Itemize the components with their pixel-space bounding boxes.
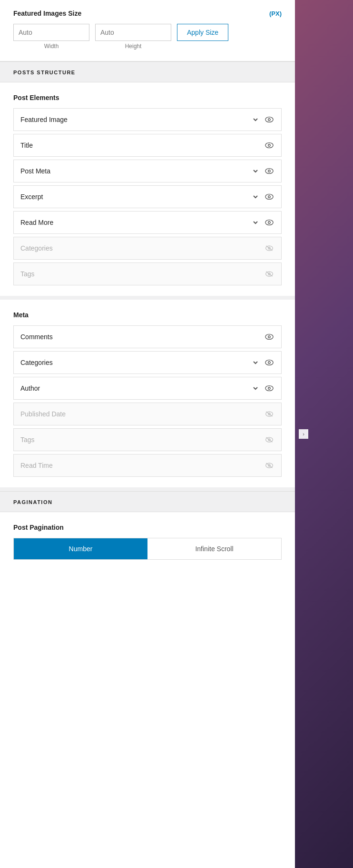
eye-visible-icon[interactable] bbox=[264, 383, 275, 394]
eye-visible-icon[interactable] bbox=[264, 332, 275, 342]
row-comments[interactable]: Comments bbox=[13, 325, 282, 348]
apply-size-button[interactable]: Apply Size bbox=[177, 24, 228, 41]
label-categories: Categories bbox=[20, 244, 53, 252]
svg-point-2 bbox=[265, 143, 273, 148]
panel-collapse-arrow[interactable]: › bbox=[299, 429, 308, 439]
label-author: Author bbox=[20, 384, 40, 392]
chevron-down-icon bbox=[252, 359, 259, 366]
posts-structure-label: POSTS STRUCTURE bbox=[13, 70, 76, 75]
label-excerpt: Excerpt bbox=[20, 193, 43, 201]
svg-point-1 bbox=[268, 119, 271, 121]
height-label: Height bbox=[125, 43, 142, 50]
svg-point-18 bbox=[265, 360, 273, 365]
svg-point-4 bbox=[265, 169, 273, 174]
eye-hidden-icon[interactable] bbox=[264, 460, 275, 471]
pagination-label: PAGINATION bbox=[13, 499, 52, 505]
label-tags: Tags bbox=[20, 270, 35, 278]
meta-section: Meta Comments Catego bbox=[0, 300, 295, 487]
label-read-time: Read Time bbox=[20, 462, 53, 469]
eye-visible-icon[interactable] bbox=[264, 357, 275, 368]
row-categories-disabled[interactable]: Categories bbox=[13, 237, 282, 260]
label-published-date: Published Date bbox=[20, 410, 66, 418]
eye-visible-icon[interactable] bbox=[264, 192, 275, 202]
row-post-meta[interactable]: Post Meta bbox=[13, 160, 282, 182]
featured-images-size-section: Featured Images Size (PX) Width Height A… bbox=[0, 0, 295, 61]
svg-point-7 bbox=[268, 196, 271, 198]
preview-panel: › bbox=[295, 0, 353, 868]
chevron-down-icon bbox=[252, 167, 259, 175]
eye-hidden-icon[interactable] bbox=[264, 243, 275, 253]
height-input[interactable] bbox=[95, 24, 171, 41]
row-tags-disabled[interactable]: Tags bbox=[13, 262, 282, 285]
eye-hidden-icon[interactable] bbox=[264, 434, 275, 445]
eye-hidden-icon[interactable] bbox=[264, 409, 275, 419]
row-published-date[interactable]: Published Date bbox=[13, 403, 282, 425]
width-input[interactable] bbox=[13, 24, 89, 41]
svg-point-6 bbox=[265, 194, 273, 200]
label-read-more: Read More bbox=[20, 219, 53, 226]
post-pagination-title: Post Pagination bbox=[13, 524, 282, 531]
svg-point-17 bbox=[268, 336, 271, 338]
px-label: (PX) bbox=[269, 10, 282, 17]
svg-point-16 bbox=[265, 334, 273, 340]
svg-point-19 bbox=[268, 362, 271, 364]
row-meta-tags[interactable]: Tags bbox=[13, 428, 282, 451]
row-featured-image[interactable]: Featured Image bbox=[13, 108, 282, 131]
featured-images-size-title: Featured Images Size bbox=[13, 10, 81, 17]
chevron-down-icon bbox=[252, 116, 259, 123]
eye-visible-icon[interactable] bbox=[264, 114, 275, 125]
row-author[interactable]: Author bbox=[13, 377, 282, 400]
width-label: Width bbox=[44, 43, 59, 50]
eye-hidden-icon[interactable] bbox=[264, 269, 275, 279]
eye-visible-icon[interactable] bbox=[264, 217, 275, 228]
chevron-down-icon bbox=[252, 384, 259, 392]
row-excerpt[interactable]: Excerpt bbox=[13, 185, 282, 208]
label-comments: Comments bbox=[20, 333, 53, 341]
chevron-down-icon bbox=[252, 193, 259, 201]
post-elements-title: Post Elements bbox=[13, 94, 282, 101]
pagination-section: Post Pagination Number Infinite Scroll bbox=[0, 512, 295, 567]
post-elements-section: Post Elements Featured Image bbox=[0, 82, 295, 296]
infinite-scroll-button[interactable]: Infinite Scroll bbox=[147, 538, 281, 559]
label-featured-image: Featured Image bbox=[20, 116, 68, 123]
svg-point-8 bbox=[265, 220, 273, 225]
svg-point-9 bbox=[268, 222, 271, 224]
label-meta-categories: Categories bbox=[20, 359, 53, 366]
posts-structure-header: POSTS STRUCTURE bbox=[0, 61, 295, 82]
label-post-meta: Post Meta bbox=[20, 167, 50, 175]
svg-point-3 bbox=[268, 144, 271, 147]
pagination-header: PAGINATION bbox=[0, 491, 295, 512]
number-pagination-button[interactable]: Number bbox=[14, 538, 147, 559]
row-read-time[interactable]: Read Time bbox=[13, 454, 282, 477]
label-meta-tags: Tags bbox=[20, 436, 35, 444]
meta-title: Meta bbox=[13, 311, 282, 319]
row-read-more[interactable]: Read More bbox=[13, 211, 282, 234]
eye-visible-icon[interactable] bbox=[264, 140, 275, 151]
svg-point-5 bbox=[268, 170, 271, 172]
label-title: Title bbox=[20, 141, 33, 149]
row-title[interactable]: Title bbox=[13, 134, 282, 157]
svg-point-0 bbox=[265, 117, 273, 122]
pagination-toggle: Number Infinite Scroll bbox=[13, 538, 282, 560]
svg-point-21 bbox=[268, 387, 271, 390]
row-meta-categories[interactable]: Categories bbox=[13, 351, 282, 374]
eye-visible-icon[interactable] bbox=[264, 166, 275, 176]
chevron-down-icon bbox=[252, 219, 259, 226]
svg-point-20 bbox=[265, 386, 273, 391]
